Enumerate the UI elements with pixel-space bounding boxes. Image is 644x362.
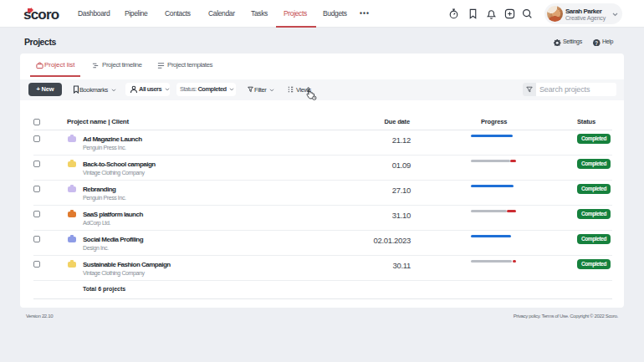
svg-text:?: ?	[595, 39, 598, 45]
